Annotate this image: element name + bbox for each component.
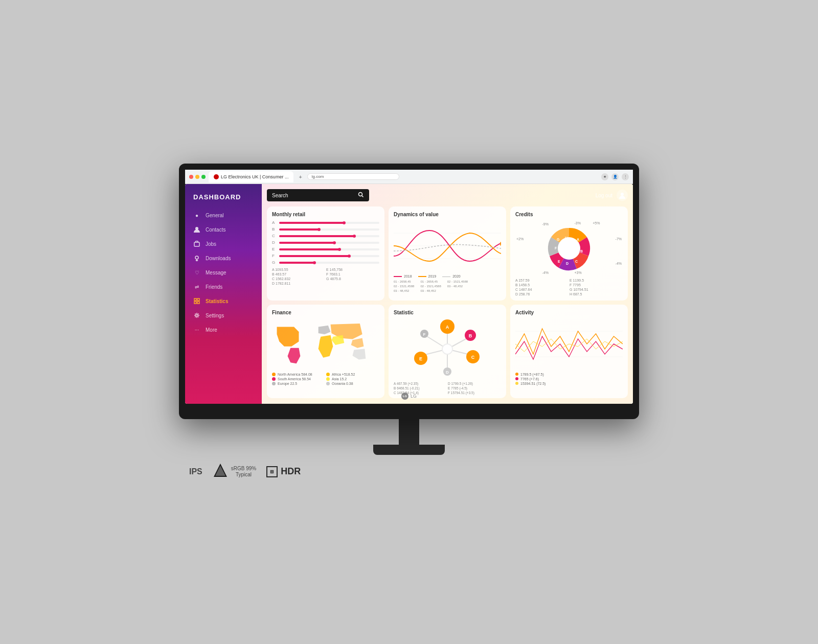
- svg-rect-5: [194, 302, 196, 304]
- dynamics-card: Dynamics of value: [389, 206, 506, 301]
- svg-text:A: A: [446, 325, 449, 330]
- svg-marker-13: [500, 242, 501, 246]
- credits-chart: -3% +5% -7% -4% +3% -4% +2% -9%: [515, 220, 623, 277]
- legend-details: 01 - 2658,45 02 - 1521,4588 03 - 48,452 …: [394, 280, 501, 293]
- sidebar-item-more[interactable]: ··· More: [185, 323, 262, 337]
- stand-neck: [399, 419, 419, 445]
- svg-text:B: B: [469, 333, 472, 338]
- sidebar-item-downloads[interactable]: Downloads: [185, 251, 262, 265]
- credits-card: Credits -3% +5% -7% -4% +3% -4% +2% -9%: [510, 206, 628, 301]
- ips-label: IPS: [189, 467, 202, 476]
- hdr-badge: ⊞ HDR: [266, 466, 301, 477]
- retail-row-g: G: [272, 260, 379, 265]
- svg-text:G: G: [557, 238, 560, 241]
- more-icon: ···: [193, 326, 200, 333]
- logout-button[interactable]: Log out: [596, 193, 612, 198]
- svg-text:A: A: [577, 238, 579, 241]
- svg-point-7: [196, 314, 198, 316]
- svg-point-8: [359, 193, 362, 196]
- sidebar-item-friends[interactable]: ⇌ Friends: [185, 280, 262, 294]
- activity-title: Activity: [515, 310, 623, 315]
- add-tab-button[interactable]: +: [297, 174, 304, 180]
- svg-text:C: C: [471, 355, 475, 360]
- retail-stats: A 1093.55 E 145,758 B 463.57 F 7683.1 C …: [272, 268, 379, 285]
- monitor-stand: [179, 419, 639, 455]
- monitor-brand-label: LG LG: [401, 393, 417, 400]
- retail-row-a: A: [272, 220, 379, 225]
- statistic-card: Statistic: [389, 305, 506, 399]
- monthly-retail-card: Monthly retail A B: [267, 206, 384, 301]
- svg-text:F: F: [423, 332, 426, 337]
- search-box[interactable]: Search: [267, 189, 369, 201]
- retail-row-d: D: [272, 240, 379, 245]
- svg-text:C: C: [575, 260, 578, 263]
- legend-2019: 2019: [418, 274, 437, 278]
- general-icon: ●: [193, 212, 200, 219]
- sidebar-item-jobs[interactable]: Jobs: [185, 237, 262, 251]
- header-right: Log out: [596, 190, 628, 201]
- retail-bars: A B C: [272, 220, 379, 265]
- browser-nav-icons: ★ 👤 ⋮: [601, 173, 629, 180]
- dynamics-chart: [394, 220, 501, 271]
- contacts-icon: [193, 226, 200, 233]
- svg-text:H: H: [565, 236, 567, 240]
- activity-legend: 1789.5 (+87.5) 7765 (+7.6) 15394.51 (72.…: [515, 373, 623, 385]
- srgb-badge: sRGB 99% Typical: [213, 463, 256, 480]
- retail-row-c: C: [272, 234, 379, 238]
- jobs-icon: [193, 240, 200, 247]
- activity-card: Activity: [510, 305, 628, 399]
- menu-icon[interactable]: ⋮: [622, 173, 629, 180]
- account-icon[interactable]: 👤: [611, 173, 619, 180]
- retail-row-f: F: [272, 254, 379, 258]
- downloads-icon: [193, 255, 200, 262]
- bookmark-icon[interactable]: ★: [601, 173, 608, 180]
- activity-chart: [515, 318, 623, 370]
- svg-rect-4: [197, 298, 199, 301]
- stand-base: [373, 445, 445, 455]
- svg-point-29: [442, 344, 452, 354]
- svg-rect-3: [194, 298, 196, 301]
- search-input[interactable]: Search: [272, 193, 354, 198]
- minimize-dot[interactable]: [195, 175, 199, 179]
- message-icon: ♡: [193, 269, 200, 276]
- product-badges: IPS sRGB 99% Typical ⊞ HDR: [179, 463, 639, 480]
- retail-row-b: B: [272, 227, 379, 232]
- statistics-icon: [193, 297, 200, 305]
- retail-row-e: E: [272, 247, 379, 251]
- hdr-box-icon: ⊞: [266, 466, 278, 477]
- sidebar-item-settings[interactable]: Settings: [185, 308, 262, 323]
- sidebar-item-statistics[interactable]: Statistics: [185, 294, 262, 308]
- sidebar: DASHBOARD ● General Contacts: [185, 184, 262, 404]
- legend-2018: 2018: [394, 274, 412, 278]
- main-content: Search Log out: [262, 184, 633, 404]
- address-bar[interactable]: lg.com: [307, 173, 399, 180]
- world-map: [272, 318, 379, 370]
- legend-2020: 2020: [442, 274, 461, 278]
- user-avatar[interactable]: [617, 190, 628, 201]
- sidebar-item-contacts[interactable]: Contacts: [185, 222, 262, 237]
- dynamics-title: Dynamics of value: [394, 212, 501, 217]
- friends-icon: ⇌: [193, 283, 200, 290]
- svg-text:F: F: [555, 246, 557, 250]
- svg-rect-6: [197, 302, 199, 304]
- browser-bar: LG Electronics UK | Consumer ... + lg.co…: [185, 170, 633, 184]
- svg-text:D: D: [566, 262, 569, 265]
- svg-rect-1: [194, 242, 199, 246]
- sidebar-item-message[interactable]: ♡ Message: [185, 265, 262, 280]
- svg-text:D: D: [446, 370, 449, 375]
- dynamics-legend: 2018 2019 2020: [394, 274, 501, 278]
- sidebar-item-general[interactable]: ● General: [185, 208, 262, 222]
- maximize-dot[interactable]: [201, 175, 206, 179]
- svg-text:E: E: [558, 260, 560, 263]
- close-dot[interactable]: [189, 175, 193, 179]
- credits-stats: A 157.59 E 1199.5 B 1458.5 F 7795 C 1487…: [515, 279, 623, 296]
- finance-legend: North America 584.08 Africa +518.52 Sout…: [272, 373, 379, 385]
- statistic-title: Statistic: [394, 310, 501, 315]
- finance-card: Finance: [267, 305, 384, 399]
- statistic-chart: A B C D: [394, 318, 501, 380]
- svg-text:E: E: [419, 356, 422, 361]
- browser-tab[interactable]: LG Electronics UK | Consumer ...: [209, 171, 293, 182]
- finance-title: Finance: [272, 310, 379, 315]
- srgb-label: sRGB 99% Typical: [231, 466, 256, 478]
- lg-logo: LG: [401, 393, 408, 400]
